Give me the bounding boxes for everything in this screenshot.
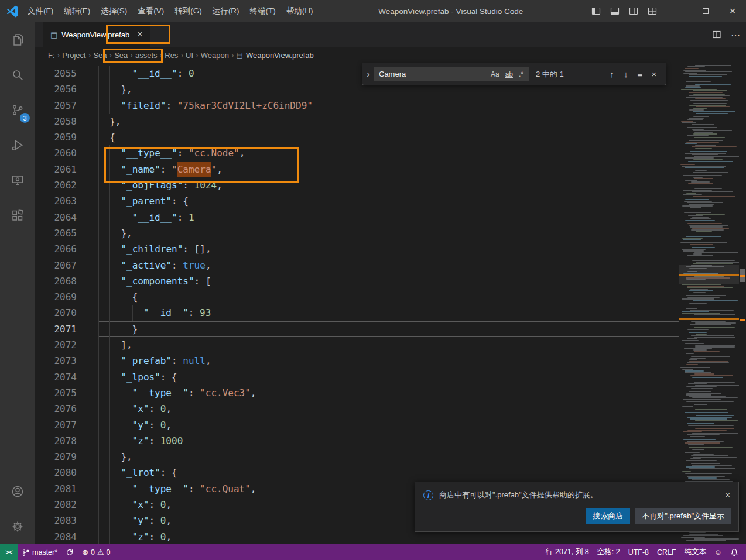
git-branch[interactable]: master* [18, 544, 61, 560]
menu-item-5[interactable]: 运行(R) [207, 0, 245, 22]
code-line-2079[interactable]: 2079}, [35, 449, 679, 465]
menu-item-2[interactable]: 选择(S) [95, 0, 132, 22]
run-debug-icon[interactable] [0, 128, 35, 163]
maximize-button[interactable] [692, 0, 719, 22]
code-line-2057[interactable]: 2057"fileId": "75kar3CdVI2Ll+zC6inDD9" [35, 98, 679, 114]
more-actions-icon[interactable]: ⋯ [731, 29, 740, 40]
code-line-2066[interactable]: 2066"_children": [], [35, 241, 679, 257]
menu-item-3[interactable]: 查看(V) [132, 0, 169, 22]
breadcrumb-item-2[interactable]: Sea [93, 51, 107, 60]
code-line-2072[interactable]: 2072], [35, 337, 679, 353]
code-line-2071[interactable]: 2071} [35, 321, 679, 337]
split-editor-icon[interactable] [712, 30, 721, 39]
toggle-replace-icon[interactable]: › [362, 69, 374, 80]
cursor-position[interactable]: 行 2071, 列 8 [542, 544, 593, 560]
code-line-2060[interactable]: 2060"__type__": "cc.Node", [35, 145, 679, 161]
code-line-2062[interactable]: 2062"_objFlags": 1024, [35, 177, 679, 193]
remote-indicator[interactable]: >< [0, 544, 18, 560]
source-control-icon[interactable]: 3 [0, 92, 35, 128]
minimap-bar [682, 340, 699, 341]
search-icon[interactable] [0, 57, 35, 92]
settings-gear-icon[interactable] [0, 509, 35, 544]
breadcrumb-item-1[interactable]: Project [62, 51, 85, 60]
encoding-setting[interactable]: UTF-8 [624, 544, 653, 560]
code-line-2077[interactable]: 2077"y": 0, [35, 417, 679, 433]
whole-word-icon[interactable]: ab [503, 70, 515, 79]
minimap-bar [690, 418, 727, 420]
find-close-icon[interactable]: × [647, 69, 661, 79]
menu-item-0[interactable]: 文件(F) [22, 0, 59, 22]
minimap[interactable] [679, 63, 739, 544]
find-input[interactable]: Camera Aa ab .* [374, 67, 529, 81]
breadcrumb-item-6[interactable]: UI [186, 51, 193, 60]
notifications-bell-icon[interactable] [726, 544, 742, 560]
line-content: ], [98, 337, 679, 353]
code-line-2061[interactable]: 2061"_name": "Camera", [35, 162, 679, 177]
minimize-button[interactable]: ─ [665, 0, 692, 22]
code-line-2059[interactable]: 2059{ [35, 129, 679, 145]
code-line-2074[interactable]: 2074"_lpos": { [35, 369, 679, 385]
tab-close-icon[interactable]: × [137, 29, 142, 40]
minimap-bar [685, 199, 709, 200]
code-line-2075[interactable]: 2075"__type__": "cc.Vec3", [35, 385, 679, 401]
code-line-2065[interactable]: 2065}, [35, 225, 679, 241]
code-line-2067[interactable]: 2067"_active": true, [35, 257, 679, 273]
tab-weaponview-prefab[interactable]: ▤ WeaponView.prefab × [43, 22, 150, 47]
minimap-bar [689, 92, 723, 93]
code-token: "y" [132, 417, 149, 433]
match-case-icon[interactable]: Aa [488, 70, 502, 79]
notification-close-icon[interactable]: × [724, 490, 731, 500]
breadcrumb-item-7[interactable]: Weapon [201, 51, 229, 60]
minimap-bar [686, 142, 718, 143]
menu-item-7[interactable]: 帮助(H) [281, 0, 319, 22]
problems-indicator[interactable]: ⊗ 0 ⚠ 0 [78, 544, 114, 560]
breadcrumb-item-5[interactable]: Res [165, 51, 178, 60]
toggle-panel-icon[interactable] [610, 6, 620, 16]
code-line-2073[interactable]: 2073"_prefab": null, [35, 353, 679, 369]
extensions-icon[interactable] [0, 198, 35, 233]
code-line-2069[interactable]: 2069{ [35, 289, 679, 305]
explorer-icon[interactable] [0, 22, 35, 57]
code-line-2063[interactable]: 2063"_parent": { [35, 193, 679, 209]
search-marketplace-button[interactable]: 搜索商店 [586, 508, 630, 524]
indent-guide [109, 465, 121, 480]
customize-layout-icon[interactable] [648, 6, 657, 16]
menu-item-1[interactable]: 编辑(E) [59, 0, 95, 22]
toggle-secondary-sidebar-icon[interactable] [629, 6, 638, 16]
remote-explorer-icon[interactable] [0, 163, 35, 198]
find-in-selection-icon[interactable]: ≡ [633, 69, 647, 79]
code-line-2076[interactable]: 2076"x": 0, [35, 401, 679, 417]
vscode-logo-icon [6, 5, 19, 18]
code-line-2070[interactable]: 2070"__id__": 93 [35, 305, 679, 321]
indent-guide [98, 529, 109, 544]
code-line-2078[interactable]: 2078"z": 1000 [35, 433, 679, 449]
dont-show-again-button[interactable]: 不再对".prefab"文件显示 [635, 508, 731, 524]
breadcrumb-item-3[interactable]: Sea [114, 51, 128, 60]
breadcrumb-item-8[interactable]: WeaponView.prefab [246, 51, 314, 60]
code-line-2080[interactable]: 2080"_lrot": { [35, 465, 679, 480]
eol-setting[interactable]: CRLF [653, 544, 680, 560]
sync-icon[interactable] [61, 544, 78, 560]
language-mode[interactable]: 纯文本 [680, 544, 711, 560]
minimap-bar [691, 422, 735, 423]
code-line-2064[interactable]: 2064"__id__": 1 [35, 209, 679, 225]
code-token: true [183, 257, 206, 273]
code-editor[interactable]: 2055"__id__": 02056},2057"fileId": "75ka… [35, 63, 679, 544]
find-next-icon[interactable]: ↓ [619, 69, 633, 79]
close-window-button[interactable]: × [719, 0, 746, 22]
breadcrumb-item-4[interactable]: assets [135, 51, 158, 60]
breadcrumb-item-0[interactable]: F: [48, 51, 55, 60]
minimap-bar [689, 109, 704, 111]
menu-item-4[interactable]: 转到(G) [169, 0, 207, 22]
menu-item-6[interactable]: 终端(T) [245, 0, 281, 22]
accounts-icon[interactable] [0, 474, 35, 509]
find-previous-icon[interactable]: ↑ [605, 69, 619, 79]
indentation-setting[interactable]: 空格: 2 [593, 544, 624, 560]
regex-icon[interactable]: .* [516, 70, 526, 79]
editor-scrollbar[interactable] [739, 63, 746, 544]
code-line-2068[interactable]: 2068"_components": [ [35, 273, 679, 289]
code-line-2058[interactable]: 2058}, [35, 114, 679, 129]
toggle-sidebar-icon[interactable] [591, 6, 601, 16]
feedback-icon[interactable]: ☺ [710, 544, 726, 560]
line-number: 2076 [35, 401, 98, 417]
